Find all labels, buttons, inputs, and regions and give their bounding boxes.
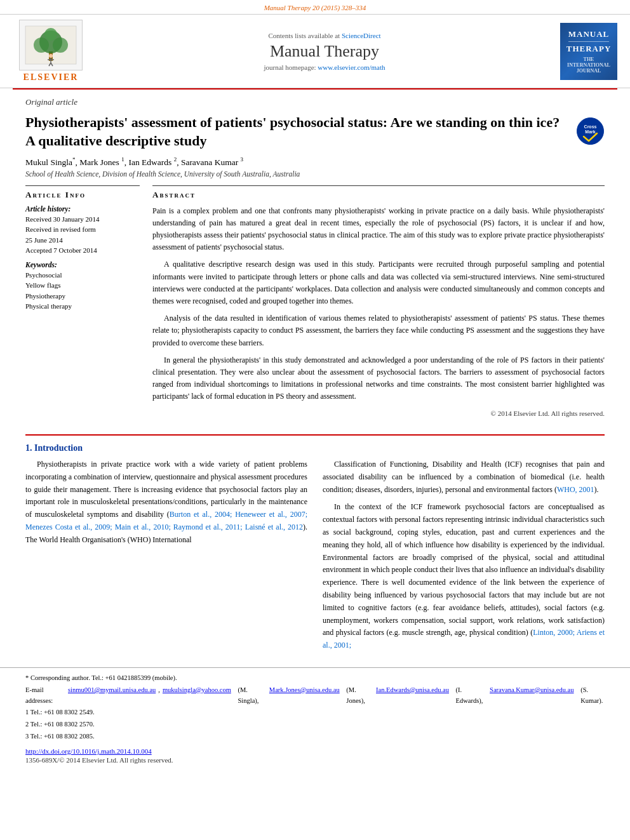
history-label: Article history: (25, 205, 140, 213)
elsevier-label: ELSEVIER (23, 72, 79, 83)
sciencedirect-prefix: Contents lists available at (268, 32, 341, 39)
doi-link[interactable]: http://dx.doi.org/10.1016/j.math.2014.10… (25, 747, 152, 755)
svg-point-5 (44, 28, 57, 41)
abstract-para1: Pain is a complex problem and one that c… (152, 205, 605, 254)
abstract-para4: In general the physiotherapists' in this… (152, 354, 605, 403)
email-singla-2[interactable]: mukulsingla@yahoo.com (163, 685, 231, 707)
journal-homepage: journal homepage: www.elsevier.com/math (102, 63, 547, 71)
article-title: Physiotherapists' assessment of patients… (25, 114, 576, 150)
email-label: E-mail addresses: (25, 685, 61, 707)
homepage-prefix: journal homepage: (264, 63, 318, 71)
sciencedirect-link[interactable]: ScienceDirect (342, 32, 381, 39)
intro-heading: 1. Introduction (25, 443, 605, 453)
authors: Mukul Singla*, Mark Jones 1, Ian Edwards… (25, 156, 605, 168)
email-singla-1[interactable]: sinmu001@mymail.unisa.edu.au (68, 685, 156, 707)
footnote-corresponding: * Corresponding author. Tel.: +61 042188… (25, 673, 605, 684)
accepted-date: Accepted 7 October 2014 (25, 245, 140, 256)
ref-linton[interactable]: Linton, 2000; Ariens et al., 2001; (323, 628, 605, 650)
footnote-1: 1 Tel.: +61 08 8302 2549. (25, 707, 605, 718)
abstract-para2: A qualitative descriptive research desig… (152, 258, 605, 307)
abstract-para3: Analysis of the data resulted in identif… (152, 312, 605, 349)
revised-label: Received in revised form (25, 224, 140, 235)
keyword-4: Physical therapy (25, 301, 140, 312)
copyright-line: © 2014 Elsevier Ltd. All rights reserved… (152, 408, 605, 420)
footnote-2: 2 Tel.: +61 08 8302 2570. (25, 719, 605, 730)
affiliation: School of Health Science, Division of He… (25, 170, 605, 178)
intro-columns: Physiotherapists in private practice wor… (25, 458, 605, 657)
svg-point-6 (49, 54, 53, 58)
intro-left-text: Physiotherapists in private practice wor… (25, 458, 307, 547)
footnote-3: 3 Tel.: +61 08 8302 2085. (25, 731, 605, 742)
article-type: Original article (25, 97, 605, 107)
keywords-section: Keywords: Psychosocial Yellow flags Phys… (25, 261, 140, 312)
intro-right-para1: Classification of Functioning, Disabilit… (323, 458, 605, 496)
keywords-label: Keywords: (25, 261, 140, 269)
ref-who[interactable]: WHO, 2001 (557, 485, 594, 494)
journal-masthead: ELSEVIER Contents lists available at Sci… (0, 14, 630, 88)
corresponding-note: * Corresponding author. Tel.: +61 042188… (25, 673, 177, 684)
keyword-1: Psychosocial (25, 270, 140, 281)
article-info-panel: Article Info Article history: Received 3… (25, 185, 140, 419)
elsevier-logo: ELSEVIER (13, 20, 89, 83)
email-names: (M. Singla), (238, 685, 263, 707)
email-kumar-name: (S. Kumar). (580, 685, 605, 707)
article-title-row: Physiotherapists' assessment of patients… (25, 114, 605, 150)
journal-citation: Manual Therapy 20 (2015) 328–334 (0, 0, 630, 14)
manual-therapy-logo: MANUAL THERAPY THE INTERNATIONAL JOURNAL (560, 23, 617, 80)
ref-burton[interactable]: Burton et al., 2004; Heneweer et al., 20… (25, 510, 307, 531)
abstract-text: Pain is a complex problem and one that c… (152, 205, 605, 419)
intro-section: 1. Introduction Physiotherapists in priv… (0, 443, 630, 657)
logo-manual: MANUAL (568, 29, 610, 42)
intro-left-col: Physiotherapists in private practice wor… (25, 458, 307, 657)
intro-para1: Physiotherapists in private practice wor… (25, 458, 307, 547)
issn-line: 1356-689X/© 2014 Elsevier Ltd. All right… (0, 756, 630, 764)
footnote-emails: E-mail addresses: sinmu001@mymail.unisa.… (25, 685, 605, 707)
revised-date: 25 June 2014 (25, 235, 140, 246)
received-date: Received 30 January 2014 (25, 214, 140, 225)
footnotes-section: * Corresponding author. Tel.: +61 042188… (0, 667, 630, 742)
logo-subtitle: THE INTERNATIONAL JOURNAL (563, 57, 614, 74)
intro-right-col: Classification of Functioning, Disabilit… (323, 458, 605, 657)
email-edwards-name: (I. Edwards), (456, 685, 483, 707)
keyword-2: Yellow flags (25, 280, 140, 291)
svg-text:Cross: Cross (584, 124, 597, 129)
email-kumar[interactable]: Saravana.Kumar@unisa.edu.au (490, 685, 573, 707)
email-edwards[interactable]: Ian.Edwards@unisa.edu.au (376, 685, 449, 707)
keyword-3: Physiotherapy (25, 291, 140, 302)
article-info-title: Article Info (25, 190, 140, 200)
email-jones[interactable]: Mark.Jones@unisa.edu.au (269, 685, 340, 707)
logo-therapy: THERAPY (566, 44, 612, 54)
doi-line: http://dx.doi.org/10.1016/j.math.2014.10… (0, 747, 630, 755)
elsevier-tree-image (19, 20, 83, 70)
abstract-title: Abstract (152, 190, 605, 200)
journal-title: Manual Therapy (102, 42, 547, 61)
abstract-panel: Abstract Pain is a complex problem and o… (152, 185, 605, 419)
sciencedirect-text: Contents lists available at ScienceDirec… (102, 32, 547, 39)
svg-text:Mark: Mark (585, 130, 595, 134)
info-abstract-columns: Article Info Article history: Received 3… (25, 185, 605, 419)
homepage-link[interactable]: www.elsevier.com/math (318, 63, 385, 71)
intro-right-text: Classification of Functioning, Disabilit… (323, 458, 605, 652)
journal-center-info: Contents lists available at ScienceDirec… (89, 32, 560, 71)
svg-point-3 (34, 37, 49, 53)
svg-point-4 (53, 37, 68, 53)
crossmark-badge[interactable]: Cross Mark (576, 117, 605, 145)
intro-right-para2: In the context of the ICF framework psyc… (323, 501, 605, 652)
content-area: Original article Physiotherapists' asses… (0, 90, 630, 427)
email-jones-name: (M. Jones), (346, 685, 369, 707)
separator-red-2 (25, 434, 605, 436)
